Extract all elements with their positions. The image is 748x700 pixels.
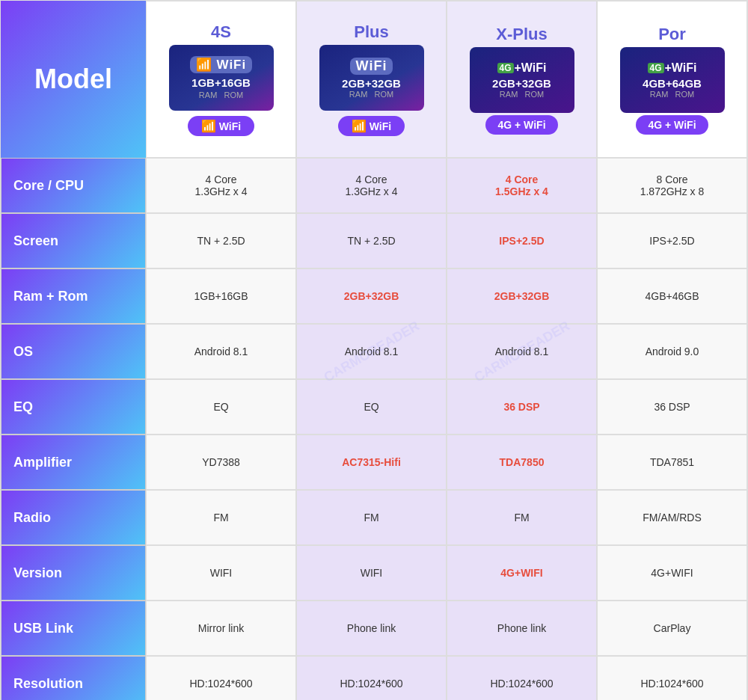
data-cell-row3-col3: Android 9.0 (597, 324, 747, 379)
data-value-row0-col3: 8 Core 1.872GHz x 8 (640, 174, 705, 197)
data-value-row3-col3: Android 9.0 (646, 346, 699, 357)
data-cell-row0-col0: 4 Core 1.3GHz x 4 (146, 158, 296, 213)
data-cell-row9-col1: HD:1024*600 (296, 656, 447, 700)
ramrom-por: 4GB+64GB (643, 77, 702, 90)
data-cell-row4-col2: 36 DSP (447, 379, 597, 435)
data-cell-row2-col2: 2GB+32GB (447, 268, 597, 324)
connectivity-por: 4G + WiFi (636, 115, 708, 135)
data-value-row2-col2: 2GB+32GB (494, 290, 550, 302)
data-cell-row7-col1: WIFI (296, 545, 447, 601)
data-value-row0-col0: 4 Core 1.3GHz x 4 (194, 174, 247, 197)
ramlabel-xplus: RAM ROM (500, 90, 544, 99)
data-cell-row7-col2: 4G+WIFI (447, 545, 597, 601)
data-cell-row6-col3: FM/AM/RDS (597, 490, 747, 545)
row-label-3: OS (1, 324, 146, 379)
data-value-row6-col2: FM (514, 512, 529, 524)
comparison-table: Model 4S 📶 WiFi 1GB+16GB RAM ROM 📶 WiFi … (0, 0, 748, 700)
data-value-row8-col0: Mirror link (198, 622, 244, 634)
row-label-8: USB Link (1, 601, 146, 656)
4gwifi-label-por: 4G +WiFi (648, 61, 697, 75)
data-cell-row8-col1: Phone link (296, 601, 447, 656)
data-cell-row4-col1: EQ (296, 379, 447, 435)
data-cell-row6-col0: FM (146, 490, 296, 545)
data-cell-row9-col3: HD:1024*600 (597, 656, 747, 700)
col-name-plus: Plus (354, 22, 388, 42)
row-label-0: Core / CPU (1, 158, 146, 213)
row-label-6: Radio (1, 490, 146, 545)
data-cell-row3-col1: Android 8.1CARMOREADER (296, 324, 447, 379)
row-label-7: Version (1, 545, 146, 601)
row-label-1: Screen (1, 213, 146, 268)
data-cell-row7-col0: WIFI (146, 545, 296, 601)
col-name-4s: 4S (211, 22, 231, 42)
data-cell-row2-col0: 1GB+16GB (146, 268, 296, 324)
row-label-5: Amplifier (1, 435, 146, 490)
data-cell-row0-col1: 4 Core 1.3GHz x 4 (296, 158, 447, 213)
ramrom-4s: 1GB+16GB (191, 76, 251, 90)
data-cell-row1-col1: TN + 2.5D (296, 213, 447, 268)
data-value-row1-col2: IPS+2.5D (499, 235, 544, 247)
ramlabel-plus: RAM ROM (349, 90, 393, 99)
data-value-row6-col1: FM (364, 512, 378, 524)
model-label: Model (1, 1, 146, 158)
data-value-row9-col2: HD:1024*600 (490, 678, 553, 690)
data-cell-row1-col2: IPS+2.5D (447, 213, 597, 268)
col-header-por: Por 4G +WiFi 4GB+64GB RAM ROM 4G + WiFi (597, 1, 747, 158)
data-cell-row5-col2: TDA7850 (447, 435, 597, 490)
data-cell-row8-col3: CarPlay (597, 601, 747, 656)
col-name-xplus: X-Plus (496, 25, 547, 44)
data-value-row7-col3: 4G+WIFI (651, 567, 693, 579)
data-cell-row7-col3: 4G+WIFI (597, 545, 747, 601)
data-value-row0-col1: 4 Core 1.3GHz x 4 (345, 174, 397, 197)
connectivity-plus: 📶 WiFi (338, 116, 405, 136)
data-value-row8-col2: Phone link (497, 622, 546, 634)
connectivity-xplus: 4G + WiFi (485, 115, 557, 135)
col-header-plus: Plus WiFi 2GB+32GB RAM ROM 📶 WiFi (296, 1, 447, 158)
data-value-row1-col0: TN + 2.5D (197, 235, 245, 247)
data-value-row3-col1: Android 8.1 (345, 346, 399, 357)
data-cell-row8-col0: Mirror link (146, 601, 296, 656)
ramrom-plus: 2GB+32GB (342, 77, 401, 90)
device-xplus: 4G +WiFi 2GB+32GB RAM ROM (470, 47, 574, 113)
ramrom-xplus: 2GB+32GB (492, 77, 551, 90)
col-name-por: Por (658, 25, 686, 44)
data-value-row2-col3: 4GB+46GB (646, 290, 699, 302)
data-value-row9-col1: HD:1024*600 (340, 678, 402, 690)
data-value-row9-col3: HD:1024*600 (640, 678, 703, 690)
col-header-xplus: X-Plus 4G +WiFi 2GB+32GB RAM ROM 4G + Wi… (447, 1, 597, 158)
device-por: 4G +WiFi 4GB+64GB RAM ROM (620, 47, 725, 113)
data-cell-row9-col0: HD:1024*600 (146, 656, 296, 700)
data-cell-row6-col2: FM (447, 490, 597, 545)
data-value-row5-col3: TDA7851 (650, 456, 694, 468)
data-value-row5-col2: TDA7850 (500, 456, 545, 468)
data-cell-row5-col0: YD7388 (146, 435, 296, 490)
data-cell-row5-col3: TDA7851 (597, 435, 747, 490)
data-cell-row2-col3: 4GB+46GB (597, 268, 747, 324)
data-value-row3-col0: Android 8.1 (194, 346, 248, 357)
data-value-row7-col0: WIFI (210, 567, 233, 579)
data-cell-row2-col1: 2GB+32GB (296, 268, 447, 324)
data-cell-row6-col1: FM (296, 490, 447, 545)
data-value-row2-col1: 2GB+32GB (344, 290, 399, 302)
row-label-4: EQ (1, 379, 146, 435)
data-value-row5-col0: YD7388 (202, 456, 240, 468)
ramlabel-4s: RAM ROM (199, 90, 243, 99)
col-header-4s: 4S 📶 WiFi 1GB+16GB RAM ROM 📶 WiFi (146, 1, 296, 158)
data-value-row3-col2: Android 8.1 (495, 346, 549, 357)
data-value-row1-col1: TN + 2.5D (347, 235, 395, 247)
data-value-row0-col2: 4 Core 1.5GHz x 4 (495, 174, 548, 197)
data-cell-row9-col2: HD:1024*600 (447, 656, 597, 700)
data-value-row9-col0: HD:1024*600 (189, 678, 252, 690)
data-cell-row4-col0: EQ (146, 379, 296, 435)
row-label-2: Ram + Rom (1, 268, 146, 324)
data-value-row4-col3: 36 DSP (654, 401, 690, 413)
data-value-row6-col0: FM (213, 512, 228, 524)
device-plus: WiFi 2GB+32GB RAM ROM (319, 45, 424, 111)
model-text: Model (34, 64, 112, 95)
data-value-row7-col2: 4G+WIFI (500, 567, 542, 579)
data-cell-row1-col0: TN + 2.5D (146, 213, 296, 268)
wifi-label-plus: WiFi (350, 58, 393, 75)
data-value-row4-col0: EQ (213, 401, 228, 413)
data-value-row4-col1: EQ (364, 401, 378, 413)
data-value-row2-col0: 1GB+16GB (194, 290, 248, 302)
